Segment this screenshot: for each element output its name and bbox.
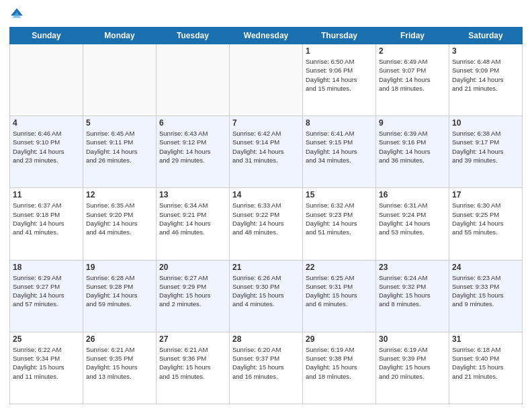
day-number: 31 — [452, 334, 519, 344]
day-number: 8 — [306, 118, 373, 128]
calendar-cell: 16Sunrise: 6:31 AM Sunset: 9:24 PM Dayli… — [376, 188, 449, 260]
calendar-cell: 18Sunrise: 6:29 AM Sunset: 9:27 PM Dayli… — [10, 260, 83, 332]
calendar-header-row: SundayMondayTuesdayWednesdayThursdayFrid… — [10, 28, 523, 44]
day-info: Sunrise: 6:25 AM Sunset: 9:31 PM Dayligh… — [306, 273, 373, 309]
day-info: Sunrise: 6:30 AM Sunset: 9:25 PM Dayligh… — [452, 201, 519, 236]
day-info: Sunrise: 6:21 AM Sunset: 9:36 PM Dayligh… — [159, 345, 226, 381]
calendar-cell: 24Sunrise: 6:23 AM Sunset: 9:33 PM Dayli… — [449, 260, 523, 332]
calendar-week-row: 1Sunrise: 6:50 AM Sunset: 9:06 PM Daylig… — [10, 44, 523, 116]
calendar-week-row: 18Sunrise: 6:29 AM Sunset: 9:27 PM Dayli… — [10, 260, 523, 332]
day-info: Sunrise: 6:42 AM Sunset: 9:14 PM Dayligh… — [232, 129, 300, 165]
day-info: Sunrise: 6:19 AM Sunset: 9:38 PM Dayligh… — [306, 345, 373, 381]
day-number: 23 — [379, 263, 446, 272]
calendar-cell: 17Sunrise: 6:30 AM Sunset: 9:25 PM Dayli… — [449, 188, 523, 260]
calendar-cell: 26Sunrise: 6:21 AM Sunset: 9:35 PM Dayli… — [83, 332, 157, 404]
calendar-day-header: Wednesday — [230, 28, 303, 44]
day-info: Sunrise: 6:33 AM Sunset: 9:22 PM Dayligh… — [232, 201, 300, 236]
day-number: 15 — [306, 190, 373, 199]
calendar-cell: 11Sunrise: 6:37 AM Sunset: 9:18 PM Dayli… — [10, 188, 83, 260]
calendar-cell: 10Sunrise: 6:38 AM Sunset: 9:17 PM Dayli… — [449, 116, 523, 188]
day-number: 7 — [232, 118, 300, 128]
day-info: Sunrise: 6:22 AM Sunset: 9:34 PM Dayligh… — [13, 345, 80, 381]
day-info: Sunrise: 6:48 AM Sunset: 9:09 PM Dayligh… — [452, 57, 519, 93]
day-number: 28 — [232, 334, 300, 344]
calendar-day-header: Saturday — [449, 28, 523, 44]
day-info: Sunrise: 6:43 AM Sunset: 9:12 PM Dayligh… — [159, 129, 226, 165]
day-number: 4 — [13, 118, 80, 128]
calendar-cell: 21Sunrise: 6:26 AM Sunset: 9:30 PM Dayli… — [230, 260, 303, 332]
calendar-cell: 31Sunrise: 6:18 AM Sunset: 9:40 PM Dayli… — [449, 332, 523, 404]
day-info: Sunrise: 6:18 AM Sunset: 9:40 PM Dayligh… — [452, 345, 519, 381]
day-info: Sunrise: 6:21 AM Sunset: 9:35 PM Dayligh… — [86, 345, 153, 381]
calendar-day-header: Tuesday — [157, 28, 230, 44]
calendar-table: SundayMondayTuesdayWednesdayThursdayFrid… — [9, 27, 523, 404]
day-number: 30 — [379, 334, 446, 344]
day-info: Sunrise: 6:24 AM Sunset: 9:32 PM Dayligh… — [379, 273, 446, 309]
day-number: 3 — [452, 46, 519, 56]
calendar-day-header: Friday — [376, 28, 449, 44]
day-info: Sunrise: 6:26 AM Sunset: 9:30 PM Dayligh… — [232, 273, 300, 309]
day-info: Sunrise: 6:50 AM Sunset: 9:06 PM Dayligh… — [306, 57, 373, 93]
day-info: Sunrise: 6:27 AM Sunset: 9:29 PM Dayligh… — [159, 273, 226, 309]
day-number: 1 — [306, 46, 373, 56]
calendar-cell: 1Sunrise: 6:50 AM Sunset: 9:06 PM Daylig… — [303, 44, 376, 116]
day-number: 29 — [306, 334, 373, 344]
day-info: Sunrise: 6:23 AM Sunset: 9:33 PM Dayligh… — [452, 273, 519, 309]
calendar-cell — [83, 44, 157, 116]
day-info: Sunrise: 6:46 AM Sunset: 9:10 PM Dayligh… — [13, 129, 80, 165]
calendar-cell: 25Sunrise: 6:22 AM Sunset: 9:34 PM Dayli… — [10, 332, 83, 404]
calendar-cell: 6Sunrise: 6:43 AM Sunset: 9:12 PM Daylig… — [157, 116, 230, 188]
day-number: 6 — [159, 118, 226, 128]
day-info: Sunrise: 6:32 AM Sunset: 9:23 PM Dayligh… — [306, 201, 373, 236]
calendar-cell: 14Sunrise: 6:33 AM Sunset: 9:22 PM Dayli… — [230, 188, 303, 260]
day-number: 12 — [86, 190, 153, 199]
logo-icon — [9, 7, 24, 21]
calendar-cell: 22Sunrise: 6:25 AM Sunset: 9:31 PM Dayli… — [303, 260, 376, 332]
day-number: 14 — [232, 190, 300, 199]
day-number: 2 — [379, 46, 446, 56]
calendar-cell — [230, 44, 303, 116]
calendar-cell: 7Sunrise: 6:42 AM Sunset: 9:14 PM Daylig… — [230, 116, 303, 188]
calendar-cell: 8Sunrise: 6:41 AM Sunset: 9:15 PM Daylig… — [303, 116, 376, 188]
calendar-cell: 28Sunrise: 6:20 AM Sunset: 9:37 PM Dayli… — [230, 332, 303, 404]
day-number: 17 — [452, 190, 519, 199]
day-number: 9 — [379, 118, 446, 128]
day-number: 25 — [13, 334, 80, 344]
calendar-cell: 20Sunrise: 6:27 AM Sunset: 9:29 PM Dayli… — [157, 260, 230, 332]
calendar-week-row: 25Sunrise: 6:22 AM Sunset: 9:34 PM Dayli… — [10, 332, 523, 404]
day-number: 18 — [13, 263, 80, 272]
calendar-cell: 2Sunrise: 6:49 AM Sunset: 9:07 PM Daylig… — [376, 44, 449, 116]
day-info: Sunrise: 6:31 AM Sunset: 9:24 PM Dayligh… — [379, 201, 446, 236]
calendar-day-header: Thursday — [303, 28, 376, 44]
calendar-cell: 12Sunrise: 6:35 AM Sunset: 9:20 PM Dayli… — [83, 188, 157, 260]
calendar-cell: 3Sunrise: 6:48 AM Sunset: 9:09 PM Daylig… — [449, 44, 523, 116]
day-info: Sunrise: 6:35 AM Sunset: 9:20 PM Dayligh… — [86, 201, 153, 236]
calendar-cell — [157, 44, 230, 116]
calendar-cell — [10, 44, 83, 116]
day-info: Sunrise: 6:28 AM Sunset: 9:28 PM Dayligh… — [86, 273, 153, 309]
day-info: Sunrise: 6:38 AM Sunset: 9:17 PM Dayligh… — [452, 129, 519, 165]
day-info: Sunrise: 6:34 AM Sunset: 9:21 PM Dayligh… — [159, 201, 226, 236]
calendar-day-header: Sunday — [10, 28, 83, 44]
day-info: Sunrise: 6:20 AM Sunset: 9:37 PM Dayligh… — [232, 345, 300, 381]
day-info: Sunrise: 6:29 AM Sunset: 9:27 PM Dayligh… — [13, 273, 80, 309]
day-number: 11 — [13, 190, 80, 199]
day-number: 27 — [159, 334, 226, 344]
calendar-cell: 4Sunrise: 6:46 AM Sunset: 9:10 PM Daylig… — [10, 116, 83, 188]
day-number: 10 — [452, 118, 519, 128]
calendar-cell: 9Sunrise: 6:39 AM Sunset: 9:16 PM Daylig… — [376, 116, 449, 188]
page: SundayMondayTuesdayWednesdayThursdayFrid… — [0, 0, 532, 411]
calendar-cell: 15Sunrise: 6:32 AM Sunset: 9:23 PM Dayli… — [303, 188, 376, 260]
day-number: 26 — [86, 334, 153, 344]
calendar-cell: 19Sunrise: 6:28 AM Sunset: 9:28 PM Dayli… — [83, 260, 157, 332]
calendar-cell: 29Sunrise: 6:19 AM Sunset: 9:38 PM Dayli… — [303, 332, 376, 404]
day-info: Sunrise: 6:19 AM Sunset: 9:39 PM Dayligh… — [379, 345, 446, 381]
calendar-week-row: 4Sunrise: 6:46 AM Sunset: 9:10 PM Daylig… — [10, 116, 523, 188]
day-number: 20 — [159, 263, 226, 272]
calendar-week-row: 11Sunrise: 6:37 AM Sunset: 9:18 PM Dayli… — [10, 188, 523, 260]
day-number: 21 — [232, 263, 300, 272]
logo — [9, 7, 27, 21]
calendar-day-header: Monday — [83, 28, 157, 44]
day-number: 16 — [379, 190, 446, 199]
day-info: Sunrise: 6:49 AM Sunset: 9:07 PM Dayligh… — [379, 57, 446, 93]
